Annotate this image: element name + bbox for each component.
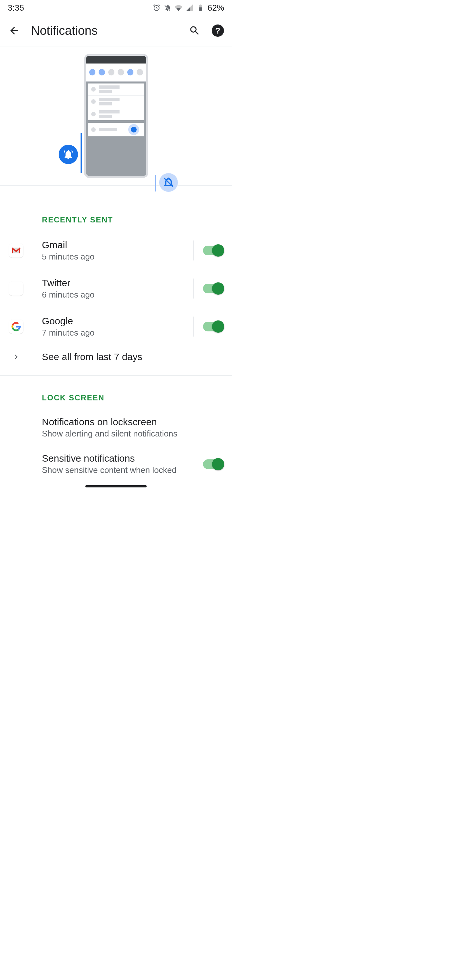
status-time: 3:35 [8,3,24,13]
toggle-google[interactable] [203,322,223,331]
chevron-right-icon [9,352,23,361]
app-bar: Notifications ? [0,16,232,46]
setting-lockscreen-notifications[interactable]: Notifications on lockscreen Show alertin… [0,409,232,446]
toggle-gmail[interactable] [203,246,223,255]
help-icon: ? [212,24,224,37]
google-icon [9,320,23,334]
app-name: Google [42,316,184,326]
app-sub: 7 minutes ago [42,328,184,338]
status-bar: 3:35 62% [0,0,232,16]
app-name: Twitter [42,278,184,288]
help-button[interactable]: ? [211,24,224,37]
phone-illustration [84,54,148,178]
search-button[interactable] [188,24,201,37]
app-sub: 6 minutes ago [42,290,184,300]
wifi-icon [175,4,183,12]
page-title: Notifications [31,24,178,38]
setting-desc: Show sensitive content when locked [42,465,203,475]
nav-handle[interactable] [86,485,146,487]
app-sub: 5 minutes ago [42,252,184,262]
divider [193,240,194,261]
alerting-indicator [81,133,82,173]
divider [193,278,194,299]
dnd-icon [164,4,172,12]
recent-app-google[interactable]: Google 7 minutes ago [0,307,232,345]
battery-icon [197,4,204,12]
see-all-button[interactable]: See all from last 7 days [0,345,232,375]
recent-app-gmail[interactable]: Gmail 5 minutes ago [0,231,232,269]
back-button[interactable] [8,24,21,37]
twitter-icon [9,282,23,296]
silent-indicator [155,175,156,191]
silent-badge-icon [159,173,178,192]
setting-sensitive-notifications[interactable]: Sensitive notifications Show sensitive c… [0,446,232,482]
gmail-icon [9,243,23,258]
recent-app-twitter[interactable]: Twitter 6 minutes ago [0,269,232,307]
divider [193,317,194,337]
setting-title: Notifications on lockscreen [42,417,223,428]
setting-title: Sensitive notifications [42,453,203,464]
setting-desc: Show alerting and silent notifications [42,429,223,439]
status-battery: 62% [208,3,224,13]
signal-icon [186,4,193,12]
toggle-sensitive[interactable] [203,460,223,469]
alerting-badge-icon [59,145,78,164]
see-all-label: See all from last 7 days [42,352,142,362]
section-lock-screen: Lock screen [0,376,232,409]
alarm-icon [153,4,160,12]
setting-title: Skip lock screen [42,489,203,490]
section-recently-sent: Recently sent [0,186,232,231]
toggle-twitter[interactable] [203,284,223,293]
app-name: Gmail [42,240,184,250]
status-icons: 62% [153,3,224,13]
illustration [0,46,232,186]
